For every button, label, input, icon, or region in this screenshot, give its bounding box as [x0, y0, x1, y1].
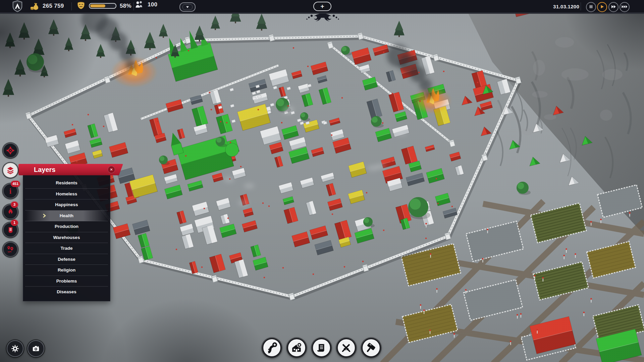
- svg-text:i: i: [9, 187, 11, 195]
- layer-item-label: Trade: [60, 246, 72, 251]
- sidebar-locate-button[interactable]: [3, 143, 18, 158]
- layers-panel-title: Layers: [34, 166, 56, 174]
- play-icon: [600, 4, 604, 10]
- sidebar-reports-button[interactable]: 1: [3, 223, 18, 237]
- layer-item-health[interactable]: Health: [25, 210, 108, 222]
- layer-item-warehouses[interactable]: Warehouses: [25, 232, 108, 243]
- sidebar-layers-button[interactable]: [3, 163, 18, 178]
- roads-button[interactable]: [262, 338, 281, 357]
- pause-icon: [589, 4, 593, 10]
- layer-item-label: Health: [60, 213, 73, 218]
- build-button[interactable]: [287, 338, 306, 357]
- scroll-icon: [316, 342, 327, 354]
- layer-item-problems[interactable]: Problems: [25, 276, 108, 287]
- house-plus-icon: [290, 342, 303, 354]
- layer-item-residents[interactable]: Residents: [25, 178, 108, 189]
- date-value: 31.03.1200: [553, 4, 579, 9]
- shield-logo-icon: [12, 0, 23, 12]
- fire-icon: [6, 208, 15, 216]
- game-screen: 265 759 58% 100 31.03.1200 + i45131 Laye…: [0, 0, 644, 362]
- fastest-forward-icon: [622, 4, 628, 10]
- happiness-bar-fill: [90, 4, 105, 7]
- settings-button[interactable]: [7, 340, 23, 357]
- app-logo: [12, 0, 23, 12]
- sidebar-fires-button[interactable]: 3: [3, 204, 18, 219]
- sidebar-map-markers-button[interactable]: [3, 242, 18, 257]
- layer-item-label: Problems: [56, 279, 77, 284]
- pause-button[interactable]: [586, 2, 596, 12]
- happiness-value: 58%: [120, 3, 131, 9]
- play-button[interactable]: [597, 2, 607, 12]
- divider: [581, 2, 581, 10]
- layer-item-label: Homeless: [56, 191, 77, 196]
- population-value: 100: [148, 1, 157, 8]
- info-icon: i: [6, 187, 15, 195]
- layers-panel-header: Layers ×: [18, 164, 123, 175]
- layer-item-label: Happiness: [55, 202, 78, 207]
- ledger-button[interactable]: [312, 338, 331, 357]
- layer-item-label: Religion: [58, 267, 75, 273]
- layer-item-production[interactable]: Production: [25, 221, 108, 232]
- money-bag-icon: [30, 1, 40, 11]
- layers-panel: ResidentsHomelessHappinessHealthProducti…: [23, 175, 110, 301]
- notification-badge: 451: [11, 181, 20, 187]
- layer-item-label: Residents: [56, 180, 77, 185]
- layer-item-diseases[interactable]: Diseases: [25, 287, 108, 297]
- money-display[interactable]: 265 759: [30, 1, 64, 11]
- layer-item-homeless[interactable]: Homeless: [25, 189, 108, 200]
- demolish-button[interactable]: [362, 338, 381, 357]
- fastest-button[interactable]: [620, 2, 630, 12]
- notification-badge: 1: [11, 220, 18, 226]
- divider: [71, 2, 72, 10]
- road-plus-icon: [266, 342, 278, 354]
- happiness-display[interactable]: 58%: [76, 1, 131, 10]
- population-display[interactable]: 100: [139, 1, 157, 8]
- layer-item-religion[interactable]: Religion: [25, 265, 108, 276]
- military-button[interactable]: [337, 338, 356, 357]
- layer-item-label: Warehouses: [53, 235, 80, 240]
- layer-item-defense[interactable]: Defense: [25, 254, 108, 265]
- hammer-icon: [365, 342, 377, 354]
- notification-badge: 3: [11, 201, 18, 208]
- fast-forward-icon: [611, 4, 616, 10]
- happiness-mask-icon: [76, 1, 86, 10]
- layer-item-label: Diseases: [57, 289, 76, 294]
- add-button[interactable]: +: [313, 2, 331, 11]
- swords-icon: [340, 342, 352, 354]
- ledger-icon: [6, 226, 15, 234]
- sidebar-notifications-button[interactable]: i451: [3, 184, 18, 198]
- layer-item-trade[interactable]: Trade: [25, 243, 108, 254]
- photo-mode-button[interactable]: [28, 340, 44, 357]
- date-display: 31.03.1200: [553, 0, 579, 13]
- chevron-down-icon: [185, 4, 190, 10]
- happiness-bar: [89, 3, 116, 9]
- gear-icon: [11, 344, 19, 353]
- layer-item-label: Production: [55, 224, 78, 229]
- map-pins-icon: [6, 245, 15, 254]
- close-icon[interactable]: ×: [108, 166, 115, 173]
- layer-item-happiness[interactable]: Happiness: [25, 199, 108, 210]
- money-value: 265 759: [43, 3, 64, 9]
- crosshair-icon: [6, 146, 15, 155]
- population-dropdown[interactable]: [179, 2, 196, 12]
- layers-icon: [6, 166, 15, 175]
- camera-icon: [32, 344, 40, 353]
- fast-button[interactable]: [608, 2, 619, 12]
- selected-chevron-icon: [43, 214, 46, 219]
- layer-item-label: Defense: [58, 257, 75, 262]
- plus-icon: +: [320, 3, 324, 10]
